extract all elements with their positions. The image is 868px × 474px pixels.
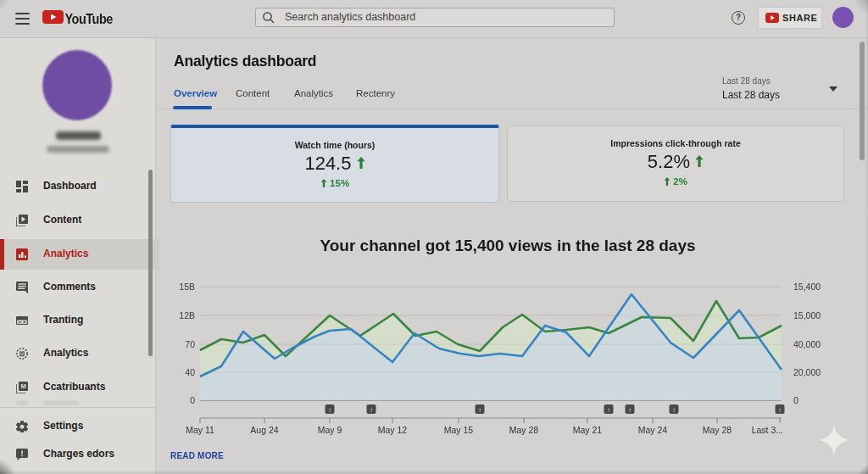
- svg-text:↑: ↑: [607, 406, 610, 414]
- svg-text:40,000: 40,000: [793, 339, 821, 349]
- svg-text:70: 70: [185, 339, 195, 349]
- svg-text:↑: ↑: [672, 406, 676, 414]
- svg-text:May 9: May 9: [318, 425, 342, 435]
- svg-text:↑: ↑: [370, 406, 373, 414]
- svg-text:M: M: [20, 382, 25, 390]
- svg-text:↑: ↑: [778, 406, 782, 414]
- svg-text:↑: ↑: [478, 406, 481, 414]
- svg-text:Aug 24: Aug 24: [250, 425, 278, 435]
- svg-text:15,400: 15,400: [793, 282, 821, 292]
- svg-text:↑: ↑: [328, 406, 331, 414]
- svg-text:0: 0: [190, 395, 195, 405]
- svg-text:15,000: 15,000: [793, 310, 821, 321]
- svg-text:15B: 15B: [179, 282, 195, 292]
- svg-text:12B: 12B: [179, 310, 195, 321]
- svg-text:20,000: 20,000: [793, 367, 821, 377]
- svg-text:May 11: May 11: [186, 425, 214, 435]
- svg-text:May 15: May 15: [444, 425, 474, 435]
- svg-text:May 28: May 28: [509, 425, 539, 435]
- svg-text:Last 3...: Last 3...: [752, 425, 783, 435]
- svg-text:May 24: May 24: [638, 425, 668, 435]
- svg-text:May 28: May 28: [703, 425, 732, 435]
- svg-text:40: 40: [185, 367, 195, 377]
- svg-text:May 12: May 12: [378, 425, 408, 435]
- svg-text:0: 0: [793, 395, 798, 405]
- svg-text:↑: ↑: [628, 406, 632, 414]
- svg-text:May 21: May 21: [573, 425, 603, 435]
